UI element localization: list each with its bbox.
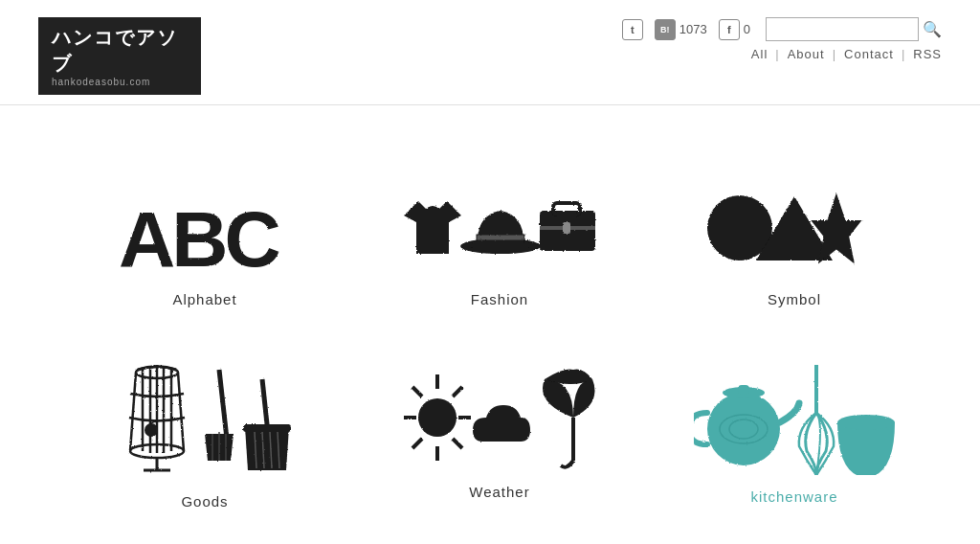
alphabet-images: ABC: [119, 172, 291, 278]
symbol-label: Symbol: [768, 291, 821, 307]
logo-title: ハンコでアソブ: [52, 25, 188, 77]
goods-icon: [109, 365, 301, 480]
main-nav: All | About | Contact | RSS: [751, 47, 942, 61]
nav-contact[interactable]: Contact: [844, 47, 894, 61]
symbol-icon: [703, 182, 885, 278]
blogger-count: 1073: [679, 22, 707, 36]
search-button[interactable]: 🔍: [923, 20, 942, 38]
svg-rect-8: [563, 222, 570, 234]
blogger-icon: B!: [655, 19, 676, 40]
category-weather[interactable]: Weather: [352, 336, 647, 538]
goods-label: Goods: [181, 493, 228, 510]
svg-point-50: [837, 415, 895, 430]
svg-line-19: [178, 373, 184, 451]
svg-text:ABC: ABC: [119, 195, 278, 278]
social-links: t B! 1073 f 0: [622, 19, 750, 40]
search-input[interactable]: [766, 17, 919, 41]
header-right: t B! 1073 f 0 🔍 All | About: [622, 17, 942, 61]
weather-images: [394, 365, 605, 470]
twitter-icon: t: [622, 19, 643, 40]
category-symbol[interactable]: Symbol: [647, 144, 942, 336]
category-kitchenware[interactable]: kitchenware: [647, 336, 942, 538]
twitter-link[interactable]: t: [622, 19, 643, 40]
nav-rss[interactable]: RSS: [913, 47, 942, 61]
svg-rect-2: [472, 242, 529, 248]
weather-label: Weather: [469, 484, 529, 500]
nav-all[interactable]: All: [751, 47, 768, 61]
weather-icon: [394, 365, 605, 470]
kitchenware-label: kitchenware: [750, 488, 837, 505]
fashion-icon: [399, 172, 600, 278]
nav-sep-3: |: [902, 47, 905, 61]
svg-rect-3: [477, 235, 524, 240]
site-header: ハンコでアソブ hankodeasobu.com t B! 1073 f 0: [0, 0, 980, 105]
svg-point-23: [145, 423, 158, 437]
logo-subtitle: hankodeasobu.com: [52, 77, 188, 87]
svg-line-40: [453, 439, 462, 448]
svg-line-13: [130, 373, 136, 451]
svg-rect-6: [553, 203, 580, 215]
svg-point-34: [418, 398, 457, 437]
fashion-images: [399, 172, 600, 278]
nav-about[interactable]: About: [788, 47, 825, 61]
category-alphabet[interactable]: ABC Alphabet: [57, 144, 352, 336]
kitchenware-icon: [694, 365, 895, 475]
logo[interactable]: ハンコでアソブ hankodeasobu.com: [38, 17, 201, 95]
blogger-link[interactable]: B! 1073: [655, 19, 707, 40]
nav-sep-1: |: [775, 47, 779, 61]
svg-line-42: [412, 439, 422, 448]
search-area: 🔍: [766, 17, 942, 41]
svg-line-39: [412, 387, 422, 397]
alphabet-label: Alphabet: [172, 291, 236, 307]
facebook-icon: f: [719, 19, 740, 40]
kitchenware-images: [694, 365, 895, 475]
svg-line-41: [453, 387, 462, 397]
nav-sep-2: |: [833, 47, 836, 61]
facebook-count: 0: [744, 22, 750, 36]
alphabet-icon: ABC: [119, 192, 291, 278]
goods-images: [109, 365, 301, 480]
facebook-link[interactable]: f 0: [719, 19, 750, 40]
fashion-label: Fashion: [471, 291, 528, 307]
category-grid: ABC Alphabet: [0, 105, 980, 544]
svg-rect-46: [738, 385, 749, 395]
symbol-images: [703, 172, 885, 278]
svg-point-44: [707, 393, 780, 465]
category-fashion[interactable]: Fashion: [352, 144, 647, 336]
category-goods[interactable]: Goods: [57, 336, 352, 538]
svg-rect-29: [243, 424, 291, 432]
